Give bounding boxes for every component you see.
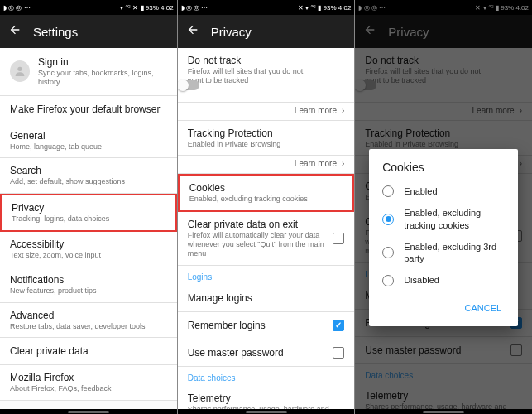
radio-icon bbox=[382, 247, 394, 258]
manage-logins-label: Manage logins bbox=[188, 292, 345, 304]
remember-logins-label: Remember logins bbox=[188, 320, 345, 331]
status-bar: ◗ ◎ ◎ ⋯ ▾ ⁴ᴳ ✕ ▮ 93% 4:02 bbox=[0, 0, 177, 15]
notifications-sub: New features, product tips bbox=[10, 286, 167, 296]
page-title: Privacy bbox=[211, 25, 252, 39]
learn-more-dnt[interactable]: Learn more › bbox=[178, 103, 355, 121]
nav-pill-icon bbox=[68, 411, 109, 413]
dialog-title: Cookies bbox=[369, 161, 518, 181]
privacy-screen: ◗ ◎ ◎ ⋯ ✕ ▾ ⁴ᴳ ▮ 93% 4:02 Privacy Do not… bbox=[178, 0, 355, 414]
status-bar: ◗ ◎ ◎ ⋯ ✕ ▾ ⁴ᴳ ▮ 93% 4:02 bbox=[178, 0, 355, 15]
svg-point-0 bbox=[17, 67, 22, 71]
cookies-option-excluding-tracking[interactable]: Enabled, excluding tracking cookies bbox=[369, 202, 518, 236]
privacy-row[interactable]: Privacy Tracking, logins, data choices bbox=[0, 194, 177, 232]
clear-private-row[interactable]: Clear private data bbox=[0, 338, 177, 365]
accessibility-title: Accessibility bbox=[10, 238, 167, 250]
logins-section-label: Logins bbox=[178, 266, 355, 285]
dnt-title: Do not track bbox=[188, 55, 319, 66]
cookies-option-enabled[interactable]: Enabled bbox=[369, 181, 518, 202]
accessibility-sub: Text size, zoom, voice input bbox=[10, 251, 167, 260]
privacy-dialog-screen: ◗ ◎ ◎ ⋯ ✕ ▾ ⁴ᴳ ▮ 93% 4:02 Privacy Do not… bbox=[355, 0, 532, 414]
remember-logins-checkbox[interactable] bbox=[333, 320, 344, 331]
nav-pill-icon bbox=[423, 411, 464, 413]
page-title: Settings bbox=[33, 25, 78, 39]
dnt-toggle[interactable] bbox=[178, 80, 199, 90]
radio-label: Enabled, excluding 3rd party bbox=[404, 241, 505, 265]
status-right: ▾ ⁴ᴳ ✕ ▮ 93% 4:02 bbox=[120, 4, 174, 12]
mozilla-title: Mozilla Firefox bbox=[10, 372, 167, 383]
tracking-sub: Enabled in Private Browsing bbox=[188, 140, 345, 149]
learn-more-label: Learn more bbox=[295, 106, 337, 115]
signin-sub: Sync your tabs, bookmarks, logins, histo… bbox=[38, 69, 167, 87]
chevron-right-icon: › bbox=[342, 106, 344, 115]
general-row[interactable]: General Home, language, tab queue bbox=[0, 123, 177, 159]
cookies-row[interactable]: Cookies Enabled, excluding tracking cook… bbox=[178, 174, 355, 212]
radio-icon bbox=[382, 275, 394, 286]
mozilla-row[interactable]: Mozilla Firefox About Firefox, FAQs, fee… bbox=[0, 365, 177, 401]
dialog-actions: CANCEL bbox=[369, 291, 518, 321]
radio-label: Disabled bbox=[404, 274, 439, 286]
master-pw-checkbox[interactable] bbox=[333, 347, 344, 359]
data-choices-section-label: Data choices bbox=[178, 367, 355, 386]
advanced-sub: Restore tabs, data saver, developer tool… bbox=[10, 322, 167, 331]
cancel-button[interactable]: CANCEL bbox=[458, 298, 509, 318]
clear-exit-title: Clear private data on exit bbox=[188, 219, 325, 230]
dnt-row[interactable]: Do not track Firefox will tell sites tha… bbox=[178, 48, 355, 103]
signin-row[interactable]: Sign in Sync your tabs, bookmarks, login… bbox=[0, 48, 177, 96]
modal-overlay[interactable]: Cookies Enabled Enabled, excluding track… bbox=[355, 0, 532, 414]
notifications-title: Notifications bbox=[10, 274, 167, 286]
default-browser-row[interactable]: Make Firefox your default browser bbox=[0, 96, 177, 123]
notifications-row[interactable]: Notifications New features, product tips bbox=[0, 267, 177, 303]
radio-icon bbox=[382, 214, 394, 225]
action-bar: Settings bbox=[0, 15, 177, 48]
nav-bar bbox=[178, 409, 355, 414]
cookies-option-excluding-3rd-party[interactable]: Enabled, excluding 3rd party bbox=[369, 236, 518, 270]
master-pw-label: Use master password bbox=[188, 347, 345, 359]
cookies-dialog: Cookies Enabled Enabled, excluding track… bbox=[369, 149, 518, 326]
status-right: ✕ ▾ ⁴ᴳ ▮ 93% 4:02 bbox=[298, 4, 352, 12]
tracking-row[interactable]: Tracking Protection Enabled in Private B… bbox=[178, 121, 355, 156]
learn-more-tracking[interactable]: Learn more › bbox=[178, 156, 355, 174]
radio-icon bbox=[382, 185, 394, 197]
settings-screen: ◗ ◎ ◎ ⋯ ▾ ⁴ᴳ ✕ ▮ 93% 4:02 Settings Sign … bbox=[0, 0, 177, 414]
search-row[interactable]: Search Add, set default, show suggestion… bbox=[0, 158, 177, 194]
chevron-right-icon: › bbox=[342, 159, 344, 168]
clear-exit-checkbox[interactable] bbox=[333, 233, 344, 244]
avatar-icon bbox=[10, 60, 30, 82]
status-left: ◗ ◎ ◎ ⋯ bbox=[181, 4, 208, 12]
advanced-row[interactable]: Advanced Restore tabs, data saver, devel… bbox=[0, 303, 177, 339]
telemetry-title: Telemetry bbox=[188, 392, 345, 404]
clear-private-label: Clear private data bbox=[10, 345, 167, 357]
dnt-sub: Firefox will tell sites that you do not … bbox=[188, 67, 319, 85]
privacy-list: Do not track Firefox will tell sites tha… bbox=[178, 48, 355, 414]
learn-more-label: Learn more bbox=[295, 159, 337, 168]
nav-bar bbox=[0, 409, 177, 414]
back-icon[interactable] bbox=[8, 23, 22, 40]
clear-exit-row[interactable]: Clear private data on exit Firefox will … bbox=[178, 212, 355, 265]
cookies-title: Cookies bbox=[189, 182, 343, 194]
tracking-title: Tracking Protection bbox=[188, 128, 345, 139]
accessibility-row[interactable]: Accessibility Text size, zoom, voice inp… bbox=[0, 232, 177, 267]
search-title: Search bbox=[10, 165, 167, 176]
default-browser-label: Make Firefox your default browser bbox=[10, 104, 167, 115]
manage-logins-row[interactable]: Manage logins bbox=[178, 285, 355, 312]
clear-exit-sub: Firefox will automatically clear your da… bbox=[188, 231, 325, 258]
settings-list: Sign in Sync your tabs, bookmarks, login… bbox=[0, 48, 177, 414]
general-title: General bbox=[10, 130, 167, 142]
remember-logins-row[interactable]: Remember logins bbox=[178, 312, 355, 339]
privacy-sub: Tracking, logins, data choices bbox=[12, 214, 165, 224]
action-bar: Privacy bbox=[178, 15, 355, 48]
master-pw-row[interactable]: Use master password bbox=[178, 339, 355, 367]
back-icon[interactable] bbox=[186, 23, 199, 40]
cookies-option-disabled[interactable]: Disabled bbox=[369, 269, 518, 291]
nav-pill-icon bbox=[246, 411, 287, 413]
advanced-title: Advanced bbox=[10, 310, 167, 321]
signin-title: Sign in bbox=[38, 56, 167, 68]
cookies-sub: Enabled, excluding tracking cookies bbox=[189, 195, 343, 204]
search-sub: Add, set default, show suggestions bbox=[10, 177, 167, 186]
status-left: ◗ ◎ ◎ ⋯ bbox=[3, 4, 31, 12]
general-sub: Home, language, tab queue bbox=[10, 142, 167, 152]
privacy-title: Privacy bbox=[12, 202, 165, 214]
mozilla-sub: About Firefox, FAQs, feedback bbox=[10, 384, 167, 393]
radio-label: Enabled, excluding tracking cookies bbox=[404, 207, 505, 231]
nav-bar bbox=[355, 409, 532, 414]
